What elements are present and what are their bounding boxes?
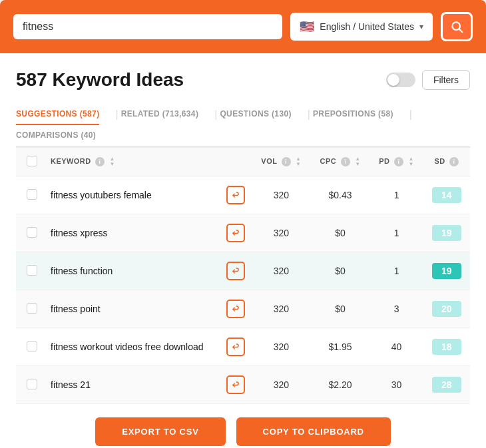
- sort-down-icon: ▼: [355, 162, 360, 167]
- table-header-row: KEYWORD i ▲ ▼ VOL i ▲ ▼: [16, 148, 470, 176]
- cpc-sort[interactable]: ▲ ▼: [355, 156, 360, 167]
- row-cpc: $2.20: [311, 366, 370, 404]
- keyword-info-icon: i: [95, 157, 105, 166]
- col-cpc: CPC i ▲ ▼: [311, 148, 370, 176]
- row-vol: 320: [252, 214, 310, 252]
- headline-row: 587 Keyword Ideas Filters: [16, 69, 470, 91]
- row-link-icon[interactable]: [226, 224, 245, 242]
- row-cpc: $0: [311, 214, 370, 252]
- pd-info-icon: i: [394, 157, 403, 166]
- row-vol: 320: [252, 252, 310, 290]
- tab-questions[interactable]: QUESTIONS (130): [220, 104, 291, 125]
- row-vol: 320: [252, 176, 310, 214]
- tab-related[interactable]: RELATED (713,634): [121, 104, 199, 125]
- tab-suggestions[interactable]: SUGGESTIONS (587): [16, 104, 99, 125]
- row-cpc: $0: [311, 290, 370, 328]
- vol-sort[interactable]: ▲ ▼: [296, 156, 301, 167]
- sd-badge: 18: [432, 339, 461, 355]
- row-checkbox-cell: [16, 328, 44, 366]
- search-bar[interactable]: [13, 14, 282, 39]
- row-pd: 1: [370, 176, 423, 214]
- search-icon: [450, 20, 463, 33]
- flag-icon: 🇺🇸: [300, 19, 314, 34]
- table-row: fitness xpress 320 $0 1 19: [16, 214, 470, 252]
- row-sd: 20: [423, 290, 470, 328]
- cpc-info-icon: i: [341, 157, 350, 166]
- header: 🇺🇸 English / United States ▾: [0, 0, 486, 53]
- tab-divider-3: |: [308, 109, 310, 120]
- table-row: fitness function 320 $0 1 19: [16, 252, 470, 290]
- tabs-bar: SUGGESTIONS (587) | RELATED (713,634) | …: [16, 104, 470, 147]
- pd-sort[interactable]: ▲ ▼: [408, 156, 413, 167]
- row-cpc: $1.95: [311, 328, 370, 366]
- row-sd: 19: [423, 214, 470, 252]
- col-vol: VOL i ▲ ▼: [252, 148, 310, 176]
- search-button[interactable]: [441, 12, 473, 41]
- row-cpc: $0: [311, 252, 370, 290]
- row-vol: 320: [252, 290, 310, 328]
- row-sd: 28: [423, 366, 470, 404]
- row-checkbox[interactable]: [27, 265, 37, 276]
- tab-divider-2: |: [214, 109, 217, 120]
- row-checkbox[interactable]: [27, 379, 37, 389]
- tab-comparisons[interactable]: COMPARISONS (40): [16, 125, 96, 146]
- sd-badge: 20: [432, 301, 461, 317]
- row-pd: 1: [370, 252, 423, 290]
- row-pd: 3: [370, 290, 423, 328]
- language-selector[interactable]: 🇺🇸 English / United States ▾: [290, 13, 433, 41]
- row-link-icon[interactable]: [226, 300, 245, 318]
- language-label: English / United States: [320, 21, 414, 32]
- toggle-switch[interactable]: [386, 73, 415, 87]
- filters-button[interactable]: Filters: [422, 70, 470, 90]
- sd-badge: 19: [432, 225, 461, 241]
- tab-divider-4: |: [409, 109, 412, 120]
- row-keyword: fitness xpress: [44, 214, 252, 252]
- sort-down-icon: ▼: [110, 162, 115, 167]
- keyword-table: KEYWORD i ▲ ▼ VOL i ▲ ▼: [16, 147, 470, 404]
- row-checkbox-cell: [16, 252, 44, 290]
- row-keyword: fitness function: [44, 252, 252, 290]
- row-keyword: fitness point: [44, 290, 252, 328]
- row-checkbox[interactable]: [27, 227, 37, 238]
- row-pd: 30: [370, 366, 423, 404]
- row-sd: 19: [423, 252, 470, 290]
- sort-down-icon: ▼: [408, 162, 413, 167]
- row-cpc: $0.43: [311, 176, 370, 214]
- main-content: 587 Keyword Ideas Filters SUGGESTIONS (5…: [0, 53, 486, 404]
- svg-line-1: [459, 29, 463, 33]
- row-link-icon[interactable]: [226, 375, 245, 394]
- row-keyword: fitness 21: [44, 366, 252, 404]
- row-vol: 320: [252, 366, 310, 404]
- row-keyword: fitness youtubers female: [44, 176, 252, 214]
- row-link-icon[interactable]: [226, 262, 245, 280]
- table-body: fitness youtubers female 320 $0.43 1 14: [16, 176, 470, 404]
- row-sd: 18: [423, 328, 470, 366]
- copy-clipboard-button[interactable]: COPY TO CLIPBOARD: [236, 417, 391, 446]
- table-row: fitness point 320 $0 3 20: [16, 290, 470, 328]
- row-checkbox-cell: [16, 366, 44, 404]
- tab-prepositions[interactable]: PREPOSITIONS (58): [313, 104, 393, 125]
- row-checkbox-cell: [16, 176, 44, 214]
- row-link-icon[interactable]: [226, 337, 245, 356]
- filters-controls: Filters: [386, 70, 470, 90]
- col-keyword: KEYWORD i ▲ ▼: [44, 148, 252, 176]
- footer: EXPORT TO CSV COPY TO CLIPBOARD: [0, 404, 486, 448]
- keyword-table-wrap: KEYWORD i ▲ ▼ VOL i ▲ ▼: [16, 147, 470, 404]
- table-row: fitness youtubers female 320 $0.43 1 14: [16, 176, 470, 214]
- row-vol: 320: [252, 328, 310, 366]
- row-sd: 14: [423, 176, 470, 214]
- row-checkbox[interactable]: [27, 341, 37, 351]
- keyword-sort[interactable]: ▲ ▼: [110, 156, 115, 167]
- row-link-icon[interactable]: [226, 186, 245, 204]
- row-keyword: fitness workout videos free download: [44, 328, 252, 366]
- sd-badge: 19: [432, 263, 461, 279]
- header-checkbox[interactable]: [27, 156, 37, 166]
- vol-info-icon: i: [282, 157, 291, 166]
- col-sd: SD i: [423, 148, 470, 176]
- row-checkbox[interactable]: [27, 189, 37, 200]
- table-row: fitness 21 320 $2.20 30 28: [16, 366, 470, 404]
- row-checkbox[interactable]: [27, 303, 37, 314]
- search-input[interactable]: [23, 21, 273, 33]
- chevron-down-icon: ▾: [419, 22, 423, 31]
- export-csv-button[interactable]: EXPORT TO CSV: [95, 417, 225, 446]
